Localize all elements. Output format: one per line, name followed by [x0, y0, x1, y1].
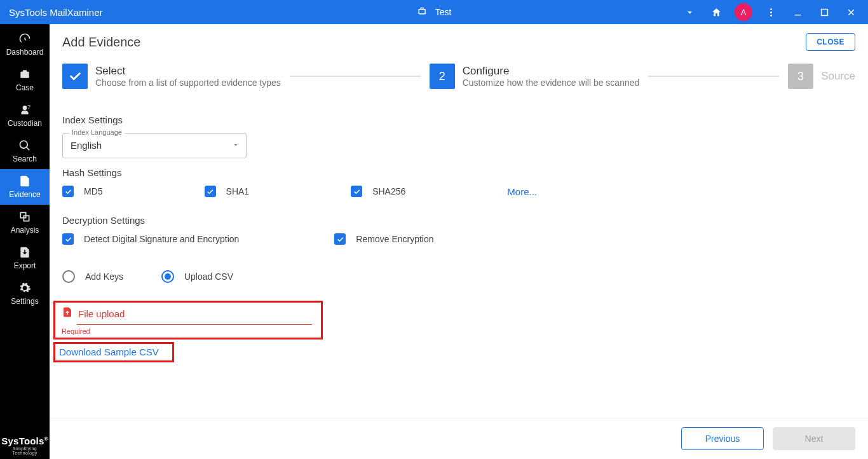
- sidebar-item-label: Analysis: [11, 226, 39, 235]
- download-sample-csv-link[interactable]: Download Sample CSV: [53, 342, 174, 362]
- file-upload-icon: [62, 306, 73, 320]
- checkbox-label: MD5: [84, 186, 103, 196]
- main-panel: Add Evidence CLOSE Select Choose from a …: [50, 24, 868, 459]
- sidebar-item-custodian[interactable]: ? Custodian: [0, 98, 50, 134]
- index-language-select[interactable]: Index Language English: [62, 133, 247, 158]
- svg-rect-3: [794, 15, 801, 15]
- next-button: Next: [773, 427, 855, 450]
- step-select[interactable]: Select Choose from a list of supported e…: [62, 64, 281, 89]
- sidebar-item-label: Custodian: [8, 119, 42, 128]
- footer: Previous Next: [50, 418, 868, 459]
- step-configure[interactable]: 2 Configure Customize how the evidence w…: [430, 64, 640, 89]
- dropdown-button[interactable]: [677, 0, 702, 24]
- sidebar-item-label: Evidence: [9, 190, 40, 199]
- app-title: SysTools MailXaminer: [9, 7, 103, 18]
- case-name: Test: [435, 7, 452, 17]
- file-upload-label: File upload: [78, 308, 125, 319]
- divider: [77, 324, 312, 325]
- detect-signature-checkbox[interactable]: Detect Digital Signature and Encryption: [62, 233, 239, 245]
- remove-encryption-checkbox[interactable]: Remove Encryption: [334, 233, 433, 245]
- step-title: Configure: [463, 65, 640, 78]
- checkbox-icon: [205, 186, 216, 197]
- sidebar: Dashboard Case ? Custodian Search Eviden…: [0, 24, 50, 459]
- title-bar: SysTools MailXaminer Test A: [0, 0, 868, 24]
- index-settings-heading: Index Settings: [62, 114, 855, 125]
- checkbox-label: Remove Encryption: [356, 234, 433, 244]
- radio-icon: [161, 270, 174, 283]
- checkbox-icon: [334, 233, 346, 245]
- radio-icon: [62, 270, 75, 283]
- home-button[interactable]: [704, 0, 728, 24]
- svg-point-1: [770, 11, 772, 13]
- sidebar-item-label: Export: [14, 261, 36, 270]
- checkbox-label: Detect Digital Signature and Encryption: [84, 234, 239, 244]
- brand-logo: SysTools® Simplifying Technology: [0, 435, 50, 455]
- sha256-checkbox[interactable]: SHA256: [351, 186, 405, 197]
- sidebar-item-label: Dashboard: [6, 48, 44, 57]
- step-connector: [648, 76, 779, 77]
- radio-label: Add Keys: [85, 271, 123, 282]
- sidebar-item-settings[interactable]: Settings: [0, 276, 50, 312]
- step-desc: Choose from a list of supported evidence…: [95, 78, 281, 88]
- checkbox-label: SHA256: [372, 186, 405, 196]
- radio-label: Upload CSV: [184, 271, 233, 282]
- sidebar-item-label: Search: [13, 154, 37, 163]
- checkbox-icon: [351, 186, 362, 197]
- maximize-button[interactable]: [812, 0, 836, 24]
- chevron-down-icon: [232, 140, 240, 151]
- step-source[interactable]: 3 Source: [788, 64, 855, 89]
- file-upload-field[interactable]: File upload Required: [53, 301, 323, 339]
- sha1-checkbox[interactable]: SHA1: [205, 186, 250, 197]
- sidebar-item-case[interactable]: Case: [0, 62, 50, 98]
- hash-settings-heading: Hash Settings: [62, 167, 855, 178]
- settings-scroll[interactable]: Index Settings Index Language English Ha…: [50, 98, 868, 418]
- step-select-badge: [62, 64, 88, 89]
- sidebar-item-dashboard[interactable]: Dashboard: [0, 27, 50, 62]
- page-title: Add Evidence: [62, 35, 140, 50]
- avatar[interactable]: A: [735, 3, 752, 21]
- select-value: English: [71, 140, 102, 151]
- sidebar-item-analysis[interactable]: Analysis: [0, 205, 50, 240]
- sidebar-item-evidence[interactable]: Evidence: [0, 169, 50, 205]
- close-window-button[interactable]: [839, 0, 863, 24]
- sidebar-item-export[interactable]: Export: [0, 240, 50, 276]
- select-legend: Index Language: [69, 128, 125, 136]
- step-source-badge: 3: [788, 64, 813, 89]
- svg-text:?: ?: [27, 104, 31, 110]
- briefcase-icon: [417, 6, 428, 18]
- download-link-text: Download Sample CSV: [59, 346, 159, 357]
- sidebar-item-label: Settings: [11, 297, 38, 306]
- step-connector: [290, 76, 421, 77]
- upload-csv-radio[interactable]: Upload CSV: [161, 270, 233, 283]
- sidebar-item-label: Case: [16, 83, 34, 92]
- file-upload-required: Required: [62, 327, 315, 335]
- checkbox-label: SHA1: [226, 186, 250, 196]
- step-configure-badge: 2: [430, 64, 455, 89]
- step-title: Source: [821, 70, 855, 83]
- previous-button[interactable]: Previous: [681, 427, 764, 450]
- checkbox-icon: [62, 186, 74, 197]
- svg-point-0: [770, 8, 772, 10]
- svg-rect-4: [821, 9, 827, 15]
- close-button[interactable]: CLOSE: [806, 33, 855, 51]
- decryption-settings-heading: Decryption Settings: [62, 215, 855, 226]
- checkbox-icon: [62, 233, 74, 245]
- stepper: Select Choose from a list of supported e…: [50, 57, 868, 98]
- step-desc: Customize how the evidence will be scann…: [463, 78, 640, 88]
- svg-point-2: [770, 15, 772, 17]
- minimize-button[interactable]: [785, 0, 810, 24]
- sidebar-item-search[interactable]: Search: [0, 134, 50, 169]
- more-vert-button[interactable]: [759, 0, 783, 24]
- hash-more-link[interactable]: More...: [507, 186, 537, 197]
- add-keys-radio[interactable]: Add Keys: [62, 270, 123, 283]
- step-title: Select: [95, 65, 281, 78]
- md5-checkbox[interactable]: MD5: [62, 186, 103, 197]
